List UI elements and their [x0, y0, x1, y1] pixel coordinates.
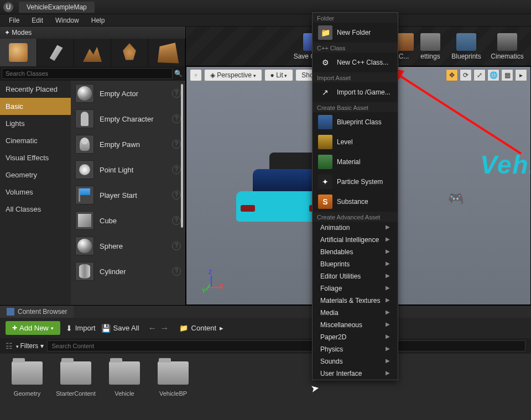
mode-foliage-tab[interactable] — [111, 39, 148, 66]
asset-point-light[interactable]: Point Light? — [71, 157, 185, 182]
ctx-blendables[interactable]: Blendables▶ — [313, 246, 398, 258]
asset-cylinder[interactable]: Cylinder? — [71, 259, 185, 284]
ctx-user-interface[interactable]: User Interface▶ — [313, 368, 398, 380]
import-icon: ⬇ — [66, 324, 72, 333]
section-import: Import Asset — [313, 72, 398, 82]
folder-icon — [60, 361, 91, 385]
add-new-button[interactable]: Add New — [6, 321, 60, 335]
cat-lights[interactable]: Lights — [0, 115, 71, 132]
section-create-advanced: Create Advanced Asset — [313, 212, 398, 222]
folder-icon — [158, 361, 189, 385]
ctx-materials-textures[interactable]: Materials & Textures▶ — [313, 295, 398, 307]
rotate-tool[interactable]: ⟳ — [460, 69, 472, 81]
folder-icon: 📁 — [179, 324, 188, 332]
particle-icon: ✦ — [318, 175, 332, 189]
ctx-editor-utilities[interactable]: Editor Utilities▶ — [313, 270, 398, 282]
menu-file[interactable]: File — [3, 15, 25, 25]
folder-vehiclebp[interactable]: VehicleBP — [154, 361, 192, 397]
ctx-ai[interactable]: Artificial Intelligence▶ — [313, 234, 398, 246]
mode-paint-tab[interactable] — [37, 39, 74, 66]
mode-landscape-tab[interactable] — [74, 39, 111, 66]
info-icon[interactable]: ? — [172, 165, 181, 174]
breadcrumb[interactable]: 📁Content▸ — [179, 324, 224, 332]
ctx-foliage[interactable]: Foliage▶ — [313, 282, 398, 295]
ctx-paper2d[interactable]: Paper2D▶ — [313, 331, 398, 343]
cat-volumes[interactable]: Volumes — [0, 183, 71, 201]
ctx-material[interactable]: Material — [313, 152, 398, 172]
camera-speed-tool[interactable]: ▸ — [515, 69, 527, 81]
viewport-options-button[interactable]: ▾ — [190, 69, 202, 81]
cat-cinematic[interactable]: Cinematic — [0, 132, 71, 149]
ctx-new-cpp[interactable]: ⚙New C++ Class... — [313, 53, 398, 72]
surface-snap-tool[interactable]: ▦ — [501, 69, 513, 81]
menu-window[interactable]: Window — [50, 15, 85, 25]
cat-all-classes[interactable]: All Classes — [0, 201, 71, 218]
translate-tool[interactable]: ✥ — [446, 69, 458, 81]
cat-visual-effects[interactable]: Visual Effects — [0, 149, 71, 166]
menu-edit[interactable]: Edit — [26, 15, 49, 25]
ctx-particle-system[interactable]: ✦Particle System — [313, 172, 398, 192]
place-asset-list[interactable]: Empty Actor? Empty Character? Empty Pawn… — [71, 81, 185, 305]
globe-tool[interactable]: 🌐 — [487, 69, 499, 81]
lit-button[interactable]: ● Lit — [264, 69, 294, 81]
ctx-miscellaneous[interactable]: Miscellaneous▶ — [313, 319, 398, 331]
section-create-basic: Create Basic Asset — [313, 102, 398, 112]
scale-tool[interactable]: ⤢ — [473, 69, 486, 81]
blueprint-icon — [318, 115, 332, 129]
material-icon — [318, 155, 332, 169]
ctx-sounds[interactable]: Sounds▶ — [313, 355, 398, 368]
cinematics-button[interactable]: Cinematics — [487, 29, 528, 64]
info-icon[interactable]: ? — [172, 267, 181, 276]
ctx-media[interactable]: Media▶ — [313, 307, 398, 319]
menu-help[interactable]: Help — [86, 15, 111, 25]
asset-cube[interactable]: Cube? — [71, 208, 185, 233]
asset-empty-character[interactable]: Empty Character? — [71, 106, 185, 132]
info-icon[interactable]: ? — [172, 114, 181, 123]
mode-place-tab[interactable] — [0, 39, 37, 66]
filters-button[interactable]: Filters ▾ — [16, 342, 44, 350]
cat-recently-placed[interactable]: Recently Placed — [0, 81, 71, 98]
info-icon[interactable]: ? — [172, 242, 181, 250]
ue-logo-icon: U — [3, 2, 13, 12]
info-icon[interactable]: ? — [172, 140, 181, 149]
search-content-input[interactable] — [47, 340, 525, 351]
level-tab[interactable]: VehicleExampleMap — [19, 2, 95, 13]
search-classes-input[interactable] — [2, 68, 173, 79]
info-icon[interactable]: ? — [172, 216, 181, 225]
asset-empty-actor[interactable]: Empty Actor? — [71, 81, 185, 106]
save-icon: 💾 — [101, 324, 111, 333]
ctx-blueprints[interactable]: Blueprints▶ — [313, 258, 398, 270]
ctx-import-to-game[interactable]: ↗Import to /Game... — [313, 82, 398, 102]
import-button[interactable]: ⬇Import — [66, 324, 96, 333]
info-icon[interactable]: ? — [172, 89, 181, 98]
folder-icon — [109, 361, 140, 385]
folder-vehicle[interactable]: Vehicle — [105, 361, 144, 397]
mode-geometry-tab[interactable] — [148, 39, 185, 66]
folder-startercontent[interactable]: StarterContent — [56, 361, 95, 397]
info-icon[interactable]: ? — [172, 191, 181, 200]
asset-sphere[interactable]: Sphere? — [71, 233, 185, 259]
ctx-substance[interactable]: SSubstance — [313, 192, 398, 212]
asset-player-start[interactable]: Player Start? — [71, 182, 185, 208]
cat-geometry[interactable]: Geometry — [0, 166, 71, 183]
level-icon — [318, 135, 332, 149]
content-grid[interactable]: Geometry StarterContent Vehicle VehicleB… — [0, 354, 531, 399]
folder-geometry[interactable]: Geometry — [8, 361, 46, 397]
ctx-new-folder[interactable]: 📁New Folder — [313, 23, 398, 43]
settings-button[interactable]: ettings — [415, 29, 446, 64]
sources-toggle[interactable]: ☷ — [6, 342, 13, 350]
ctx-physics[interactable]: Physics▶ — [313, 343, 398, 355]
asset-empty-pawn[interactable]: Empty Pawn? — [71, 132, 185, 157]
gamepad-icon: 🎮 — [447, 191, 464, 207]
nav-forward-button[interactable]: → — [160, 323, 169, 333]
cat-basic[interactable]: Basic — [0, 98, 71, 115]
perspective-button[interactable]: ◈ Perspective — [204, 69, 262, 81]
ctx-level[interactable]: Level — [313, 132, 398, 152]
nav-back-button[interactable]: ← — [148, 323, 157, 333]
blueprints-button[interactable]: Blueprints — [446, 29, 487, 64]
ctx-blueprint-class[interactable]: Blueprint Class — [313, 112, 398, 132]
content-browser-tab[interactable]: Content Browser — [0, 306, 74, 318]
axis-gizmo: Z X Y — [201, 271, 223, 293]
save-all-button[interactable]: 💾Save All — [101, 324, 139, 333]
ctx-animation[interactable]: Animation▶ — [313, 222, 398, 234]
